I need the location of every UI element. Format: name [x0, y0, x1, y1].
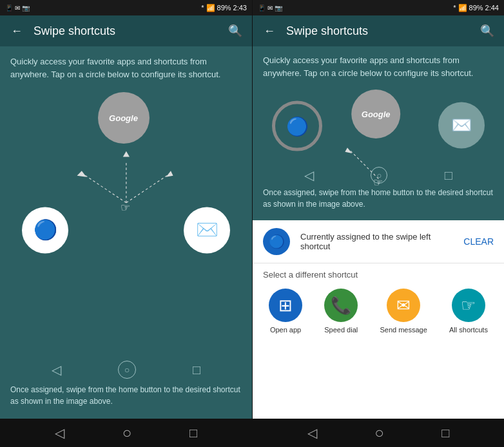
- search-button-1[interactable]: 🔍: [226, 22, 244, 40]
- bottom-sheet: 🔵 Currently assigned to the swipe left s…: [253, 220, 504, 419]
- time-text: 2:43: [233, 4, 247, 12]
- svg-line-0: [84, 175, 126, 203]
- svg-line-4: [126, 175, 168, 203]
- back-nav-1[interactable]: ◁: [52, 362, 61, 377]
- recents-hard-2[interactable]: □: [441, 426, 449, 441]
- screen-1: 📱 ✉ 📷 * 📶 89% 2:43 ← Swipe shortcuts 🔍 Q…: [0, 0, 252, 447]
- mail-circle-right-1[interactable]: ✉️: [184, 207, 230, 253]
- recents-nav-1[interactable]: □: [193, 363, 200, 377]
- screen-2: 📱 ✉ 📷 * 📶 89% 2:44 ← Swipe shortcuts 🔍 Q…: [252, 0, 504, 447]
- home-hard-2[interactable]: ○: [374, 424, 384, 442]
- shortcut-open-app[interactable]: ⊞ Open app: [269, 289, 302, 334]
- signal-icon: 📶: [206, 4, 215, 12]
- bluetooth-icon-2: *: [453, 4, 456, 12]
- svg-marker-5: [166, 171, 173, 176]
- recents-hard-1[interactable]: □: [189, 426, 197, 441]
- shortcut-all[interactable]: ☞ All shortcuts: [449, 289, 488, 334]
- send-message-label: Send message: [380, 326, 427, 334]
- status-icons-left: 📱 ✉ 📷: [5, 5, 30, 12]
- google-circle-1[interactable]: Google: [98, 92, 150, 144]
- assigned-row: 🔵 Currently assigned to the swipe left s…: [253, 220, 504, 263]
- description-2: Quickly access your favorite apps and sh…: [263, 54, 494, 79]
- nav-area-1: ◁ ○ □: [10, 356, 242, 384]
- notification-icons-2: 📱 ✉ 📷: [258, 5, 282, 12]
- bottom-text-1: Once assigned, swipe from the home butto…: [10, 384, 242, 410]
- home-nav-2[interactable]: ○: [371, 167, 387, 184]
- shortcut-speed-dial[interactable]: 📞 Speed dial: [324, 289, 358, 334]
- svg-marker-8: [345, 147, 352, 153]
- title-1: Swipe shortcuts: [34, 24, 218, 38]
- home-hard-1[interactable]: ○: [122, 424, 132, 442]
- bluetooth-icon: *: [201, 4, 204, 12]
- status-bar-1: 📱 ✉ 📷 * 📶 89% 2:43: [0, 0, 252, 15]
- back-nav-2[interactable]: ◁: [304, 167, 314, 183]
- all-shortcuts-icon: ☞: [452, 289, 485, 322]
- home-nav-1[interactable]: ○: [118, 361, 136, 379]
- signal-icon-2: 📶: [458, 4, 467, 12]
- svg-text:☞: ☞: [121, 201, 130, 214]
- status-right-1: * 📶 89% 2:43: [201, 4, 247, 12]
- svg-marker-1: [77, 171, 87, 176]
- nav-bar-1: ◁ ○ □: [0, 419, 252, 447]
- assigned-icon: 🔵: [263, 228, 290, 255]
- nav-bar-2: ◁ ○ □: [253, 419, 504, 447]
- top-bar-1: ← Swipe shortcuts 🔍: [0, 15, 252, 46]
- all-shortcuts-label: All shortcuts: [449, 326, 488, 334]
- assigned-text: Currently assigned to the swipe left sho…: [300, 232, 453, 251]
- battery-text: 89%: [217, 4, 231, 12]
- speed-dial-label: Speed dial: [324, 326, 358, 334]
- shortcuts-grid: ⊞ Open app 📞 Speed dial ✉ Send message: [253, 283, 504, 341]
- diagram-area-2: Google 🔵 ✉️ ☞: [263, 84, 494, 164]
- status-right-2: * 📶 89% 2:44: [453, 4, 499, 12]
- status-icons-left-2: 📱 ✉ 📷: [258, 5, 282, 12]
- shortcut-send-message[interactable]: ✉ Send message: [380, 289, 427, 334]
- clear-button[interactable]: CLEAR: [463, 236, 494, 247]
- time-text-2: 2:44: [485, 4, 499, 12]
- send-message-icon: ✉: [387, 289, 420, 322]
- main-content-2: Quickly access your favorite apps and sh…: [253, 46, 504, 220]
- svg-marker-3: [123, 151, 130, 157]
- back-button-1[interactable]: ←: [8, 22, 26, 40]
- status-bar-2: 📱 ✉ 📷 * 📶 89% 2:44: [253, 0, 504, 15]
- diagram-area-1: Google 🔵 ✉️: [10, 86, 242, 356]
- recents-nav-2[interactable]: □: [445, 168, 452, 183]
- nav-area-2: ◁ ○ □: [263, 164, 494, 187]
- notification-icons: 📱 ✉ 📷: [5, 5, 30, 12]
- title-2: Swipe shortcuts: [286, 24, 470, 38]
- back-hard-2[interactable]: ◁: [307, 425, 317, 441]
- main-content-1: Quickly access your favorite apps and sh…: [0, 46, 252, 419]
- description-1: Quickly access your favorite apps and sh…: [10, 55, 242, 81]
- search-button-2[interactable]: 🔍: [478, 22, 496, 40]
- open-app-icon: ⊞: [269, 289, 302, 322]
- select-label: Select a different shortcut: [253, 263, 504, 283]
- blackberry-circle-left-1[interactable]: 🔵: [22, 207, 68, 253]
- speed-dial-icon: 📞: [324, 289, 358, 322]
- battery-text-2: 89%: [469, 4, 483, 12]
- back-button-2[interactable]: ←: [260, 22, 278, 40]
- back-hard-1[interactable]: ◁: [55, 425, 64, 441]
- top-bar-2: ← Swipe shortcuts 🔍: [253, 15, 504, 46]
- open-app-label: Open app: [270, 326, 301, 334]
